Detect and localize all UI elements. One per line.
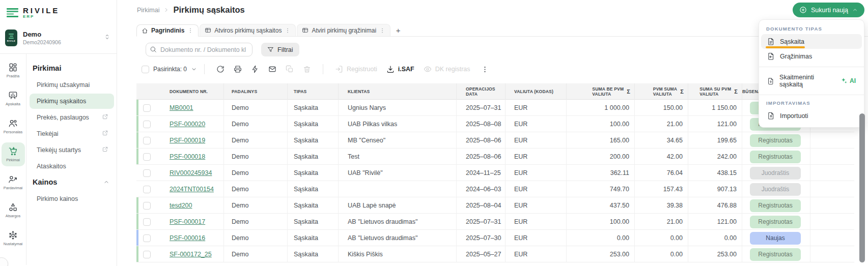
column-header-pvm_suma[interactable]: PVM SUMA VALIUTAΣ	[635, 83, 688, 100]
add-tab-button[interactable]: +	[391, 24, 405, 36]
cell-text: EUR	[514, 251, 527, 258]
search-input[interactable]	[146, 43, 253, 56]
rail-item-pirkimai[interactable]: Pirkimai	[2, 142, 25, 166]
updown-icon[interactable]	[104, 34, 110, 40]
document-link[interactable]: tesd200	[170, 202, 192, 209]
document-link[interactable]: PSF-000020	[170, 121, 205, 128]
document-link[interactable]: 2024TNT00154	[170, 186, 214, 193]
rail-item-nustatymai[interactable]: Nustatymai	[2, 226, 25, 250]
rail-item-personalas[interactable]: Personalas	[2, 114, 25, 138]
sidebar-item-tiekėjai[interactable]: Tiekėjai	[30, 126, 114, 141]
dropdown-item-import[interactable]: Importuoti	[761, 108, 862, 123]
kebab-icon[interactable]	[285, 27, 291, 34]
dropdown-item-1[interactable]: Grąžinimas	[761, 49, 862, 64]
sidebar-item-pirkimo-kainos[interactable]: Pirkimo kainos	[30, 191, 114, 206]
cell-pvm_suma: 34.65	[635, 132, 688, 149]
column-header-klientas[interactable]: KLIENTAS	[339, 83, 457, 100]
rail-item-apskaita[interactable]: Apskaita	[2, 86, 25, 110]
breadcrumb-parent[interactable]: Pirkimai	[137, 7, 159, 14]
column-header-valiuta[interactable]: VALIUTA (KODAS)	[506, 83, 567, 100]
document-link[interactable]: PSF-000018	[170, 153, 205, 160]
email-button[interactable]	[266, 63, 278, 75]
org-selector[interactable]: RIVILE Demo Demo20240906	[0, 29, 117, 54]
row-checkbox[interactable]	[143, 251, 151, 258]
create-new-button[interactable]: Sukurti naują	[793, 3, 864, 17]
select-all-checkbox[interactable]	[142, 66, 149, 73]
table-row: RIV000245934DemoSąskaitaUAB "Rivilė"2024…	[136, 165, 854, 181]
delete-button[interactable]	[301, 63, 313, 75]
actions-button[interactable]	[249, 63, 261, 75]
cell-valiuta: EUR	[506, 165, 567, 181]
eye-icon	[424, 65, 432, 73]
sidebar-item-ataskaitos[interactable]: Ataskaitos	[30, 159, 114, 174]
cell-text: 2025–07–31	[466, 218, 501, 225]
dropdown-item-2[interactable]: Skaitmeninti sąskaitąAI	[761, 70, 862, 92]
sum-icon[interactable]: Σ	[680, 89, 684, 94]
cell-text: 2025–08–06	[466, 153, 501, 160]
row-checkbox[interactable]	[143, 121, 151, 128]
sidebar-item-pirkimų-užsakymai[interactable]: Pirkimų užsakymai	[30, 77, 114, 93]
select-all-control[interactable]: Pasirinkta: 0	[142, 66, 197, 73]
table-row: tesd200DemoSąskaitaUAB Lapė snapė2025–08…	[136, 197, 854, 214]
cell-data: 2025–08–08	[457, 116, 506, 132]
tab-2[interactable]: Atviri pirkimų grąžinimai	[297, 24, 390, 36]
cell-text: 76.04	[667, 169, 683, 176]
rail-item-pardavimai[interactable]: Pardavimai	[2, 170, 25, 194]
document-link[interactable]: PSF-000019	[170, 137, 205, 144]
sum-icon[interactable]: Σ	[734, 89, 738, 94]
row-checkbox[interactable]	[143, 169, 151, 177]
rail-item-pradžia[interactable]: Pradžia	[2, 58, 25, 82]
kebab-icon[interactable]	[379, 27, 385, 34]
document-link[interactable]: RIV000245934	[170, 169, 212, 176]
column-header-doc[interactable]: DOKUMENTO NR.	[163, 83, 224, 100]
register-button[interactable]: Registruoti	[333, 63, 379, 75]
rail-item-label: Pardavimai	[4, 186, 23, 190]
row-checkbox[interactable]	[143, 153, 151, 161]
row-checkbox[interactable]	[143, 202, 151, 210]
rail-item-label: Apskaita	[6, 102, 20, 106]
chevron-up-icon[interactable]	[103, 179, 109, 185]
cell-busena: Juodraštis	[742, 181, 810, 197]
sidebar-item-prekės-paslaugos[interactable]: Prekės, paslaugos	[30, 110, 114, 125]
column-header-tipas[interactable]: TIPAS	[288, 83, 339, 100]
sidebar-item-label: Pirkimų sąskaitos	[37, 98, 86, 105]
cell-doc: PSF-000017	[163, 214, 224, 230]
table-row: PSF-000016DemoSąskaitaAB "Lietuvos draud…	[136, 230, 854, 246]
isaf-button[interactable]: i.SAF	[384, 63, 416, 75]
tab-pagrindinis[interactable]: Pagrindinis	[136, 24, 199, 37]
column-header-suma_be_pvm[interactable]: SUMA BE PVM VALIUTAΣ	[567, 83, 635, 100]
chevron-down-icon[interactable]	[191, 66, 197, 72]
print-button[interactable]	[232, 63, 244, 75]
row-checkbox[interactable]	[143, 137, 151, 144]
vertical-scrollbar[interactable]	[859, 113, 865, 262]
toolbar-divider	[323, 64, 323, 74]
sum-icon[interactable]: Σ	[627, 89, 630, 94]
document-link[interactable]: PSF-000016	[170, 234, 205, 242]
sidebar-item-pirkimų-sąskaitos[interactable]: Pirkimų sąskaitos	[30, 94, 114, 109]
document-link[interactable]: MB0001	[170, 104, 193, 111]
refresh-button[interactable]	[214, 63, 227, 75]
cell-valiuta: EUR	[506, 181, 567, 197]
column-header-padalinys[interactable]: PADALINYS	[224, 83, 288, 100]
dk-register-button[interactable]: DK registras	[422, 63, 472, 75]
sidebar-item-tiekėjų-sutartys[interactable]: Tiekėjų sutartys	[30, 142, 114, 158]
tab-1[interactable]: Atviros pirkimų sąskaitos	[200, 24, 296, 36]
dropdown-item-0[interactable]: Sąskaita	[761, 34, 862, 49]
filters-button[interactable]: Filtrai	[261, 43, 299, 56]
row-checkbox[interactable]	[143, 186, 151, 193]
cell-pvm_suma: 0.00	[635, 230, 688, 246]
kebab-icon[interactable]	[187, 27, 193, 34]
document-link[interactable]: PSF-000017	[170, 218, 205, 225]
document-link[interactable]: SF-000172_25	[170, 251, 212, 258]
cell-tipas: Sąskaita	[288, 230, 339, 246]
rail-item-label: Personalas	[4, 130, 23, 134]
row-checkbox[interactable]	[143, 104, 151, 112]
row-checkbox[interactable]	[143, 218, 151, 226]
row-checkbox[interactable]	[143, 234, 151, 242]
rail-item-atsargos[interactable]: Atsargos	[2, 198, 25, 222]
dropdown-item-label: Sąskaita	[780, 38, 804, 45]
column-header-data[interactable]: OPERACIJOS DATA	[457, 83, 506, 100]
column-header-suma_su_pvm[interactable]: SUMA SU PVM VALIUTAΣ	[688, 83, 742, 100]
toolbar-more-button[interactable]	[479, 64, 491, 75]
copy-button[interactable]	[284, 63, 296, 75]
